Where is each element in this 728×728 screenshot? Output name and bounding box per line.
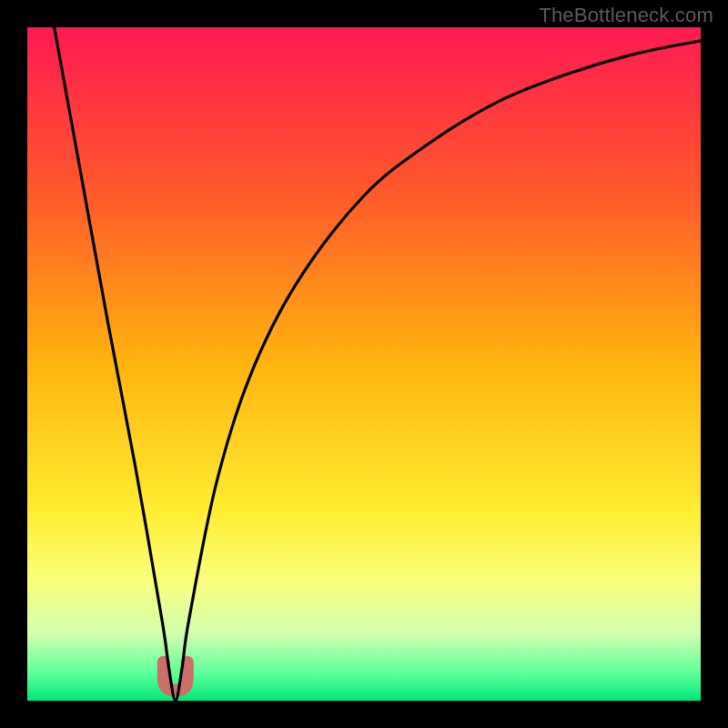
gradient-fill	[27, 27, 701, 701]
plot-area	[27, 27, 701, 701]
chart-frame: TheBottleneck.com	[0, 0, 728, 728]
watermark-text: TheBottleneck.com	[539, 4, 713, 27]
chart-svg	[27, 27, 701, 701]
